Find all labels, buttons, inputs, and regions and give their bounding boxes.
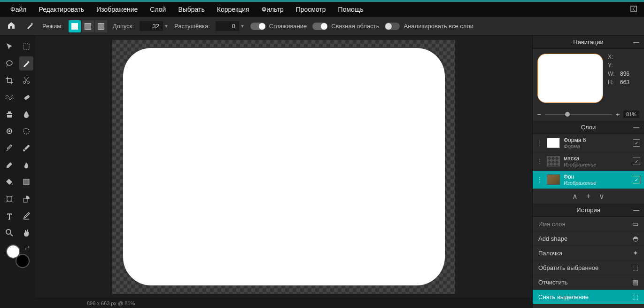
nav-minimize-icon[interactable]: —	[633, 39, 639, 46]
layer-row[interactable]: ⋮ Форма 6 Форма ✓	[533, 134, 644, 152]
history-item[interactable]: Обратить выбранное ⬚	[533, 261, 644, 275]
feather-input[interactable]	[216, 21, 239, 31]
mode-subtract[interactable]	[95, 20, 107, 32]
canvas-viewport[interactable]	[35, 36, 532, 298]
tool-smudge[interactable]	[19, 158, 33, 172]
menu-layer[interactable]: Слой	[144, 3, 171, 16]
menu-image[interactable]: Изображение	[91, 3, 143, 16]
layer-visibility-checkbox[interactable]: ✓	[633, 176, 640, 183]
layer-actions: ∧ + ∨	[533, 189, 644, 204]
tool-blur[interactable]	[19, 107, 33, 121]
history-item[interactable]: Add shape ◓	[533, 231, 644, 246]
menu-adjust[interactable]: Коррекция	[211, 3, 255, 16]
tool-brush[interactable]	[19, 141, 33, 155]
layer-thumbnail[interactable]	[547, 156, 560, 166]
layer-row[interactable]: ⋮ Фон Изображение ✓	[533, 171, 644, 189]
tool-hand[interactable]	[19, 226, 33, 240]
history-label: Обратить выбранное	[538, 264, 598, 271]
fg-color-swatch[interactable]	[6, 245, 20, 259]
tool-wand[interactable]	[19, 56, 33, 71]
nav-body: X: Y: W:896 H:663	[533, 49, 644, 108]
history-body: Имя слоя ▭ Add shape ◓ Палочка ✦ Обратит…	[533, 217, 644, 308]
tool-gradient[interactable]	[19, 175, 33, 189]
nav-x-label: X:	[608, 54, 617, 60]
history-title: История	[576, 206, 600, 213]
svg-point-1	[7, 61, 12, 65]
svg-point-2	[23, 81, 25, 84]
zoom-in-icon[interactable]: +	[616, 111, 620, 118]
tool-dodge[interactable]	[2, 124, 16, 138]
antialias-toggle[interactable]	[250, 23, 265, 30]
tool-pen[interactable]	[19, 209, 33, 223]
history-minimize-icon[interactable]: —	[633, 206, 639, 213]
history-item[interactable]: Снять выделение ⬚	[533, 290, 644, 304]
history-shape-icon: ◓	[633, 235, 638, 242]
zoom-row: − + 81%	[533, 108, 644, 121]
tool-eraser[interactable]	[2, 158, 16, 172]
layer-thumbnail[interactable]	[547, 174, 560, 185]
layers-minimize-icon[interactable]: —	[633, 124, 639, 131]
layers-panel-header: Слои —	[533, 121, 644, 134]
history-item[interactable]: Имя слоя ▭	[533, 217, 644, 231]
feather-dropdown-icon[interactable]: ▼	[240, 24, 245, 29]
layer-visibility-checkbox[interactable]: ✓	[633, 158, 640, 165]
history-label: Отчистить	[538, 279, 568, 286]
tolerance-dropdown-icon[interactable]: ▼	[164, 24, 169, 29]
history-wand-icon: ✦	[633, 249, 638, 257]
layer-visibility-checkbox[interactable]: ✓	[633, 139, 640, 147]
menu-view[interactable]: Просмотр	[290, 3, 332, 16]
layer-thumbnail[interactable]	[547, 138, 560, 148]
nav-thumbnail[interactable]	[537, 54, 603, 103]
zoom-slider[interactable]	[545, 114, 613, 115]
zoom-value[interactable]: 81%	[623, 111, 639, 118]
history-item[interactable]: Палочка ✦	[533, 246, 644, 261]
nav-h-label: H:	[608, 79, 617, 86]
contiguous-toggle[interactable]	[312, 23, 327, 30]
menu-help[interactable]: Помощь	[333, 3, 369, 16]
layer-row[interactable]: ⋮ маска Изображение ✓	[533, 152, 644, 171]
home-icon[interactable]	[5, 19, 18, 33]
mode-replace[interactable]	[69, 20, 81, 32]
tool-liquify[interactable]	[2, 90, 16, 104]
tool-clone[interactable]	[2, 107, 16, 121]
menu-file[interactable]: Файл	[5, 3, 32, 16]
nav-h-value: 663	[620, 79, 629, 86]
layer-name: Фон	[564, 174, 629, 180]
layer-type: Изображение	[564, 180, 629, 186]
expand-icon[interactable]	[628, 3, 639, 16]
drag-handle-icon[interactable]: ⋮	[536, 176, 543, 183]
tool-cut[interactable]	[19, 73, 33, 87]
layer-down-icon[interactable]: ∨	[599, 192, 605, 201]
svg-point-12	[6, 229, 11, 234]
nav-w-label: W:	[608, 71, 617, 77]
tool-crop[interactable]	[2, 73, 16, 87]
tool-sponge[interactable]	[19, 124, 33, 138]
layer-up-icon[interactable]: ∧	[572, 192, 578, 201]
menu-select[interactable]: Выбрать	[172, 3, 210, 16]
tool-lasso[interactable]	[2, 56, 16, 71]
tolerance-input[interactable]	[140, 21, 163, 31]
tool-marquee[interactable]	[19, 39, 33, 54]
zoom-out-icon[interactable]: −	[537, 111, 541, 118]
magic-wand-tool-icon[interactable]	[23, 19, 37, 33]
tool-fill[interactable]	[2, 175, 16, 189]
tool-text[interactable]	[2, 209, 16, 223]
layer-add-icon[interactable]: +	[586, 192, 590, 201]
tool-eyedropper[interactable]	[2, 141, 16, 155]
tool-move[interactable]	[2, 39, 16, 54]
drag-handle-icon[interactable]: ⋮	[536, 139, 543, 147]
menu-filter[interactable]: Фильтр	[256, 3, 289, 16]
feather-label: Растушёвка:	[174, 23, 210, 30]
tool-zoom[interactable]	[2, 226, 16, 240]
swap-colors-icon[interactable]: ⇄	[25, 245, 30, 251]
drag-handle-icon[interactable]: ⋮	[536, 158, 543, 165]
tool-heal[interactable]	[19, 90, 33, 104]
history-item[interactable]: Отчистить ▤	[533, 275, 644, 290]
tool-shape[interactable]	[19, 192, 33, 206]
history-invert-icon: ⬚	[632, 264, 638, 271]
tool-transform[interactable]	[2, 192, 16, 206]
menu-edit[interactable]: Редактировать	[33, 3, 90, 16]
mode-add[interactable]	[82, 20, 94, 32]
layers-body: ⋮ Форма 6 Форма ✓ ⋮ маска Изображение ✓ …	[533, 134, 644, 204]
all-layers-toggle[interactable]	[385, 23, 400, 30]
